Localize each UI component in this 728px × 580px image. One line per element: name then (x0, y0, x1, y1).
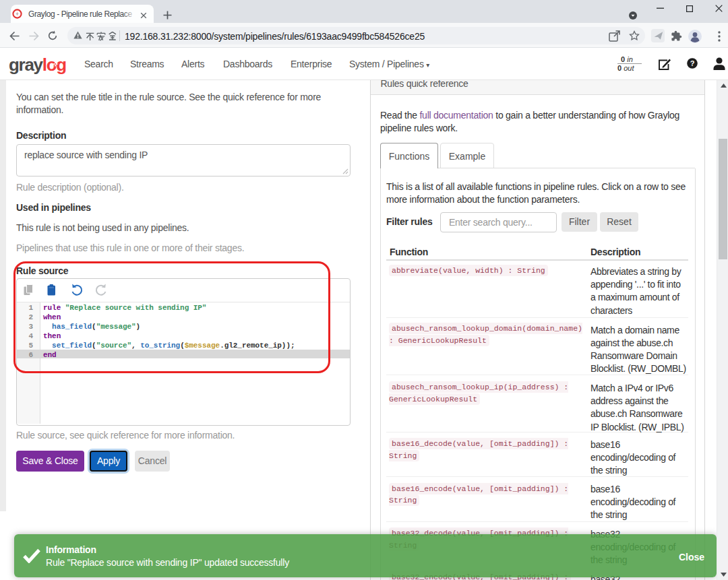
svg-text:?: ? (690, 59, 695, 67)
